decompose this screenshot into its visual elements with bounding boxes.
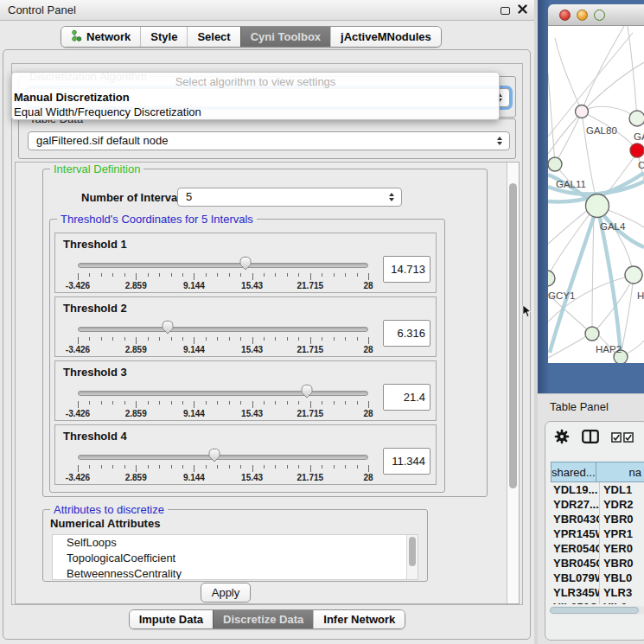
- column-header-shared[interactable]: shared...: [551, 462, 596, 482]
- table-cell[interactable]: YBL079W: [551, 571, 600, 585]
- table-cell[interactable]: YBL0: [600, 571, 644, 585]
- mouse-cursor: [522, 304, 532, 322]
- tab-jactivemnodules[interactable]: jActiveMNodules: [330, 27, 441, 47]
- node-gcy1[interactable]: [548, 271, 555, 286]
- table-row[interactable]: YBL079WYBL0: [551, 571, 644, 585]
- slider-thumb[interactable]: [301, 384, 314, 402]
- table-row[interactable]: YER054CYER0: [551, 541, 644, 556]
- table-cell[interactable]: YPR145W: [551, 526, 600, 541]
- node-hap2[interactable]: [585, 327, 599, 341]
- slider-scale-labels: -3.4262.8599.14415.4321.71528: [78, 473, 368, 483]
- table-row[interactable]: YDL19...YDL1: [551, 482, 644, 497]
- threshold-2-slider[interactable]: -3.4262.8599.14415.4321.71528: [78, 297, 368, 358]
- table-cell[interactable]: YBR043C: [551, 512, 600, 526]
- slider-track[interactable]: [78, 327, 368, 332]
- gear-icon[interactable]: [554, 429, 570, 448]
- popup-option-manual-discretization[interactable]: Manual Discretization: [12, 90, 499, 105]
- column-header-name[interactable]: na: [596, 462, 644, 482]
- table-row[interactable]: YBR045CYBR0: [551, 556, 644, 571]
- slider-thumb[interactable]: [162, 320, 175, 338]
- table-cell[interactable]: YER0: [600, 541, 644, 556]
- node-label-gcy1: GCY1: [548, 290, 575, 301]
- thresholds-group: Threshold's Coordinates for 5 Intervals …: [49, 219, 445, 493]
- table-horizontal-scrollbar[interactable]: [549, 606, 644, 615]
- tab-discretize-data[interactable]: Discretize Data: [213, 610, 313, 628]
- stepper-icon: [385, 193, 399, 201]
- numerical-attributes-list[interactable]: SelfLoopsTopologicalCoefficientBetweenne…: [52, 534, 418, 580]
- slider-track[interactable]: [78, 391, 368, 396]
- control-panel-titlebar: Control Panel: [0, 0, 534, 21]
- threshold-3-value-field[interactable]: [383, 384, 430, 411]
- node-h[interactable]: [625, 266, 642, 284]
- stepper-icon: [493, 137, 507, 145]
- panel-title: Control Panel: [8, 3, 76, 16]
- threshold-4-value-field[interactable]: [383, 448, 430, 475]
- table-row[interactable]: YPR145WYPR1: [551, 526, 644, 541]
- table-cell[interactable]: YDL19...: [551, 482, 600, 497]
- threshold-2-block: Threshold 2 -3.4262.8599.14415.4321.7152…: [54, 296, 437, 357]
- table-row[interactable]: YIL052CYIL0: [551, 600, 644, 604]
- columns-icon[interactable]: [582, 430, 599, 447]
- network-window-titlebar[interactable]: [548, 4, 644, 26]
- table-row[interactable]: YDR27...YDR2: [551, 497, 644, 512]
- zoom-traffic-light-icon[interactable]: [594, 10, 605, 21]
- table-rows: YDL19...YDL1YDR27...YDR2YBR043CYBR0YPR14…: [551, 482, 644, 604]
- threshold-4-slider[interactable]: -3.4262.8599.14415.4321.71528: [78, 425, 368, 486]
- table-cell[interactable]: YER054C: [551, 541, 600, 556]
- scrollbar-thumb[interactable]: [509, 183, 517, 488]
- slider-track[interactable]: [78, 455, 368, 460]
- table-cell[interactable]: YLR3: [600, 585, 644, 600]
- tab-network[interactable]: Network: [61, 27, 140, 47]
- node-gal11[interactable]: [548, 157, 562, 171]
- node-gal80[interactable]: [576, 105, 589, 118]
- table-cell[interactable]: YLR345W: [551, 585, 600, 600]
- node-label-gal11: GAL11: [556, 179, 586, 189]
- table-cell[interactable]: YDL1: [600, 482, 644, 497]
- tab-infer-network[interactable]: Infer Network: [313, 610, 405, 628]
- threshold-1-value-field[interactable]: [383, 256, 430, 283]
- close-traffic-light-icon[interactable]: [559, 10, 571, 21]
- threshold-2-value-field[interactable]: [383, 320, 430, 347]
- list-item[interactable]: SelfLoops: [53, 535, 418, 551]
- tab-select[interactable]: Select: [187, 27, 239, 47]
- minimize-traffic-light-icon[interactable]: [577, 10, 588, 21]
- slider-thumb[interactable]: [207, 448, 220, 466]
- popup-option-equal-width-frequency[interactable]: Equal Width/Frequency Discretization: [12, 105, 499, 119]
- node-red-selected[interactable]: [630, 143, 644, 157]
- scrollbar-thumb[interactable]: [550, 607, 639, 614]
- table-cell[interactable]: YDR27...: [551, 497, 600, 512]
- threshold-3-block: Threshold 3 -3.4262.8599.14415.4321.7152…: [54, 360, 437, 421]
- table-cell[interactable]: YBR045C: [551, 556, 600, 571]
- table-cell[interactable]: YPR1: [600, 526, 644, 541]
- table-row[interactable]: YLR345WYLR3: [551, 585, 644, 600]
- number-of-intervals-combo[interactable]: 5: [177, 188, 402, 207]
- table-row[interactable]: YBR043CYBR0: [551, 512, 644, 526]
- threshold-1-slider[interactable]: -3.4262.8599.14415.4321.71528: [78, 233, 368, 294]
- float-icon[interactable]: [501, 7, 510, 15]
- slider-thumb[interactable]: [239, 256, 252, 274]
- tab-cyni-toolbox[interactable]: Cyni Toolbox: [240, 27, 330, 47]
- close-icon[interactable]: [518, 0, 527, 21]
- tab-impute-data[interactable]: Impute Data: [130, 610, 213, 628]
- table-data-combo[interactable]: galFiltered.sif default node: [28, 131, 510, 150]
- checkbox-checked-icon[interactable]: [623, 430, 634, 446]
- table-cell[interactable]: YDR2: [600, 497, 644, 512]
- table-cell[interactable]: YIL0: [600, 600, 644, 604]
- slider-track[interactable]: [78, 263, 368, 268]
- settings-vertical-scrollbar[interactable]: [507, 163, 519, 603]
- table-cell[interactable]: YIL052C: [551, 600, 600, 604]
- list-item[interactable]: BetweennessCentrality: [53, 566, 418, 580]
- node-gal4[interactable]: [586, 194, 609, 218]
- network-canvas[interactable]: GAL80 GA C GAL11 GAL4 GCY1 H HAP2: [548, 26, 644, 363]
- attributes-scrollbar[interactable]: [406, 535, 418, 579]
- tab-infer-network-label: Infer Network: [323, 613, 395, 626]
- table-cell[interactable]: YBR0: [600, 556, 644, 571]
- tab-style[interactable]: Style: [140, 27, 187, 47]
- threshold-3-slider[interactable]: -3.4262.8599.14415.4321.71528: [78, 361, 368, 422]
- checkbox-checked-icon[interactable]: [611, 430, 622, 446]
- list-item[interactable]: TopologicalCoefficient: [53, 551, 418, 566]
- node-partial-top-right[interactable]: [629, 111, 644, 126]
- table-cell[interactable]: YBR0: [600, 512, 644, 526]
- node-label-gal80: GAL80: [586, 125, 617, 136]
- apply-button[interactable]: Apply: [201, 583, 251, 603]
